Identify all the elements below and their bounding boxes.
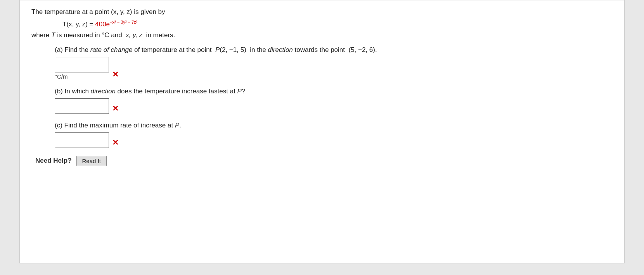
part-c-answer-row: ✕ — [55, 132, 613, 148]
part-a-block: (a) Find the rate of change of temperatu… — [55, 46, 613, 80]
part-b-label: (b) In which direction does the temperat… — [55, 88, 613, 95]
where-line: where T is measured in °C and x, y, z in… — [31, 31, 613, 39]
formula-prefix: T(x, y, z) = — [62, 21, 95, 28]
part-b-answer-row: ✕ — [55, 98, 613, 114]
content-card: The temperature at a point (x, y, z) is … — [19, 0, 625, 263]
need-help-row: Need Help? Read It — [35, 156, 613, 166]
part-b-input[interactable] — [55, 98, 109, 114]
part-a-unit: °C/m — [55, 73, 68, 80]
part-a-input[interactable] — [55, 57, 109, 72]
part-c-input[interactable] — [55, 132, 109, 148]
intro-text-span: The temperature at a point (x, y, z) is … — [31, 8, 165, 15]
part-a-answer-row: °C/m ✕ — [55, 57, 613, 80]
where-text-span: where T is measured in °C and x, y, z in… — [31, 31, 175, 39]
read-it-button[interactable]: Read It — [76, 156, 107, 166]
part-c-block: (c) Find the maximum rate of increase at… — [55, 122, 613, 148]
page-wrapper: The temperature at a point (x, y, z) is … — [0, 0, 644, 275]
formula-value: 400e−x² − 3y² − 7z² — [95, 21, 137, 28]
part-b-x-mark: ✕ — [112, 104, 119, 113]
need-help-label: Need Help? — [35, 157, 72, 165]
part-a-label: (a) Find the rate of change of temperatu… — [55, 46, 613, 54]
part-c-x-mark: ✕ — [112, 138, 119, 147]
part-b-block: (b) In which direction does the temperat… — [55, 88, 613, 114]
formula-line: T(x, y, z) = 400e−x² − 3y² − 7z² — [62, 20, 613, 28]
part-a-input-unit: °C/m — [55, 57, 109, 80]
intro-line: The temperature at a point (x, y, z) is … — [31, 8, 613, 16]
part-c-label: (c) Find the maximum rate of increase at… — [55, 122, 613, 129]
part-a-x-mark: ✕ — [112, 70, 119, 79]
